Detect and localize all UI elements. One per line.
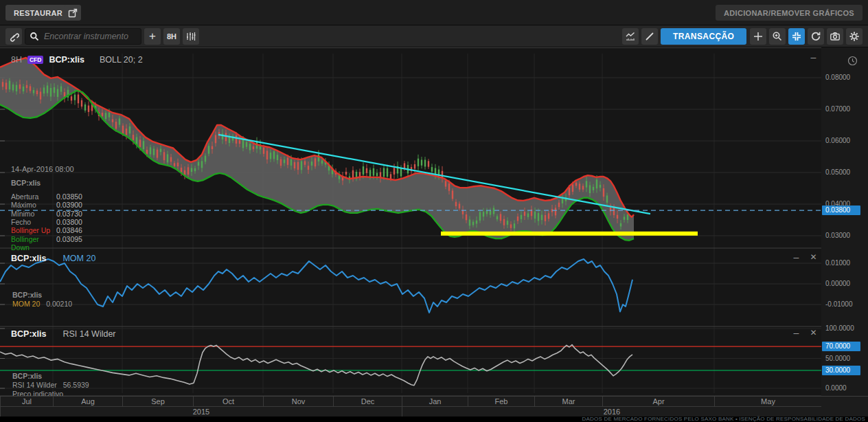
month-label: May <box>714 397 821 407</box>
mom-pane-close-button[interactable]: ✕ <box>808 252 819 264</box>
add-remove-charts-button[interactable]: ADICIONAR/REMOVER GRÁFICOS <box>716 5 863 21</box>
price-axis[interactable]: 0.080000.070000.060000.050000.040000.030… <box>821 47 868 396</box>
axis-tick-label: 0.0000 <box>825 384 847 392</box>
snapshot-button[interactable] <box>827 28 843 45</box>
transaction-button[interactable]: TRANSACÇÃO <box>661 28 746 45</box>
time-axis[interactable]: JulAugSepOctNovDecJanFebMarAprMay 201520… <box>0 396 868 417</box>
month-label: Jul <box>0 397 53 407</box>
chart-application-window: RESTAURAR ADICIONAR/REMOVER GRÁFICOS + 8… <box>0 0 868 422</box>
link-icon <box>8 31 19 42</box>
zoom-in-icon <box>772 31 783 42</box>
data-provider-footer: DADOS DE MERCADO FORNECIDOS PELO SAXO BA… <box>0 417 868 422</box>
link-chart-button[interactable] <box>5 28 22 45</box>
settings-button[interactable] <box>846 28 863 45</box>
axis-tick-label: 50.0000 <box>825 355 850 362</box>
trendline-icon <box>644 31 655 42</box>
axis-tick-label: 0.07000 <box>825 105 850 113</box>
month-label: Oct <box>193 397 263 407</box>
axis-tick-label: 0.06000 <box>825 137 850 144</box>
reset-zoom-button[interactable] <box>788 28 805 45</box>
price-badge: 70.0000 <box>822 342 860 351</box>
month-label: Dec <box>333 397 402 407</box>
month-label: Feb <box>468 397 534 407</box>
month-label: Mar <box>534 397 602 407</box>
search-icon <box>30 32 39 41</box>
restore-button[interactable]: RESTAURAR <box>5 5 71 21</box>
clock-icon <box>847 56 858 66</box>
crosshair-button[interactable] <box>750 28 766 45</box>
axis-tick-label: 0.03000 <box>825 232 850 239</box>
mom-pane-collapse-button[interactable]: – <box>790 252 802 264</box>
refresh-button[interactable] <box>808 28 824 45</box>
chart-canvas[interactable] <box>0 47 868 422</box>
month-label: Apr <box>602 397 714 407</box>
axis-tick-label: 0.01000 <box>825 259 850 267</box>
instrument-search <box>25 28 141 45</box>
chart-type-button[interactable] <box>622 28 639 45</box>
collapse-icon <box>791 31 802 42</box>
axis-tick-label: -0.01000 <box>825 300 852 308</box>
toolbar: + 8H TRANSACÇÃO <box>0 25 868 47</box>
price-badge: 0.03800 <box>822 206 860 215</box>
month-label: Jan <box>402 397 468 407</box>
gear-icon <box>849 31 860 42</box>
month-label: Sep <box>122 397 193 407</box>
main-pane-collapse-button[interactable]: – <box>808 52 819 64</box>
interval-button[interactable]: 8H <box>163 28 180 45</box>
popout-icon <box>68 8 78 18</box>
year-label: 2015 <box>0 407 402 417</box>
axis-tick-label: 0.05000 <box>825 168 850 176</box>
popout-button[interactable] <box>64 5 81 21</box>
rsi-pane-close-button[interactable]: ✕ <box>808 328 819 340</box>
search-input[interactable] <box>43 31 137 42</box>
refresh-icon <box>810 31 821 42</box>
add-instrument-button[interactable]: + <box>144 28 161 45</box>
camera-icon <box>830 31 841 42</box>
axis-tick-label: 0.00000 <box>825 280 850 287</box>
axis-tick-label: 0.08000 <box>825 74 850 81</box>
titlebar: RESTAURAR ADICIONAR/REMOVER GRÁFICOS <box>0 0 868 25</box>
month-label: Nov <box>263 397 333 407</box>
month-label: Aug <box>53 397 122 407</box>
price-badge: 30.0000 <box>822 366 860 375</box>
zoom-in-button[interactable] <box>769 28 786 45</box>
chart-region: 8H CFD BCP:xlis BOLL 20; 2 – 14-Apr-2016… <box>0 47 868 422</box>
chart-type-icon <box>625 31 636 42</box>
chart-style-button[interactable] <box>183 28 199 45</box>
rsi-pane-collapse-button[interactable]: – <box>790 328 802 340</box>
draw-trendline-button[interactable] <box>641 28 658 45</box>
crosshair-icon <box>753 31 764 42</box>
axis-tick-label: 100.0000 <box>825 324 854 332</box>
candles-settings-icon <box>185 31 196 42</box>
